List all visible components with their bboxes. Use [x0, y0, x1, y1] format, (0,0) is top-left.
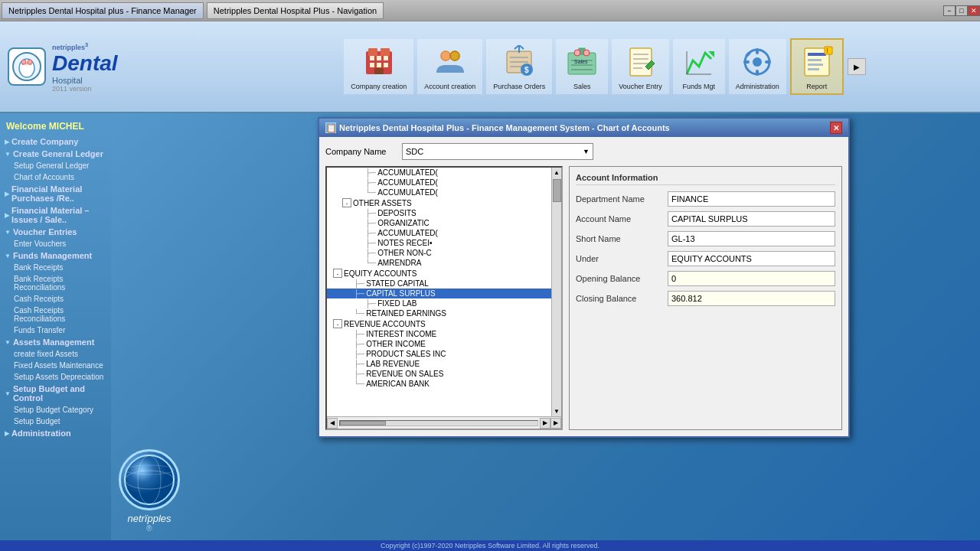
tree-expander-revenue[interactable]: - [333, 319, 342, 328]
nav-sales[interactable]: Sales Sales [556, 39, 608, 94]
sidebar-item-create-general-ledger[interactable]: ▼ Create General Ledger [0, 148, 111, 160]
nav-funds-mgt[interactable]: Funds Mgt [673, 39, 725, 94]
nav-account-creation[interactable]: Account creation [417, 39, 482, 94]
tree-item-other-assets[interactable]: - OTHER ASSETS [327, 197, 561, 208]
sidebar-item-setup-general-ledger[interactable]: Setup General Ledger [0, 160, 111, 171]
tree-item-revenue-accounts[interactable]: - REVENUE ACCOUNTS [327, 318, 561, 329]
hscroll-thumb[interactable] [340, 421, 386, 425]
nav-company-creation[interactable]: Company creation [344, 39, 413, 94]
close-button[interactable]: ✕ [968, 5, 980, 16]
dialog-titlebar: 📋 Netripples Dental Hospital Plus - Fina… [319, 119, 848, 137]
arrow-icon-adm: ▶ [5, 430, 9, 437]
account-name-value[interactable]: CAPITAL SURPLUS [668, 211, 835, 227]
sidebar-item-bank-receipts[interactable]: Bank Receipts [0, 262, 111, 273]
tree-item-american-bank[interactable]: └─ AMERICAN BANK [327, 379, 561, 389]
tree-expander-equity[interactable]: - [333, 269, 342, 278]
sidebar-item-create-fixed-assets[interactable]: create fixed Assets [0, 348, 111, 360]
taskbar-btn-navigation[interactable]: Netripples Dental Hospital Plus - Naviga… [207, 2, 384, 19]
svg-rect-8 [377, 56, 381, 60]
tree-expander-other-assets[interactable]: - [342, 198, 351, 207]
vscroll-down-button[interactable]: ▼ [552, 406, 561, 416]
hscroll-right-button[interactable]: ▶ [540, 418, 550, 429]
arrow-icon-fp: ▶ [5, 191, 9, 197]
tree-item-label-amr: AMRENDRA [377, 259, 421, 267]
sidebar-item-fixed-assets-maintenance[interactable]: Fixed Assets Maintenance [0, 360, 111, 371]
tree-item-amrendra[interactable]: └─ AMRENDRA [327, 258, 561, 268]
sidebar-item-financial-purchases[interactable]: ▶ Financial Material Purchases /Re.. [0, 183, 111, 204]
svg-rect-11 [377, 63, 381, 67]
sidebar-item-chart-of-accounts[interactable]: Chart of Accounts [0, 171, 111, 183]
tree-item-notes-recei[interactable]: ├─ NOTES RECEI• [327, 238, 561, 248]
tree-item-interest-income[interactable]: ├─ INTEREST INCOME [327, 329, 561, 339]
sidebar-item-setup-budget-category[interactable]: Setup Budget Category [0, 404, 111, 416]
svg-point-3 [28, 60, 32, 64]
short-name-value[interactable]: GL-13 [668, 231, 835, 246]
tree-item-accumulated-2[interactable]: ├─ ACCUMULATED( [327, 178, 561, 187]
company-name-select[interactable]: SDC ▼ [402, 143, 593, 160]
tree-item-lab-revenue[interactable]: ├─ LAB REVENUE [327, 359, 561, 369]
opening-balance-value[interactable]: 0 [668, 271, 835, 286]
sidebar-item-funds-management[interactable]: ▼ Funds Management [0, 249, 111, 262]
dialog-close-button[interactable]: ✕ [830, 122, 842, 134]
sidebar-item-enter-vouchers[interactable]: Enter Vouchers [0, 238, 111, 249]
tree-item-accumulated-1[interactable]: ├─ ACCUMULATED( [327, 168, 561, 178]
sidebar-item-setup-budget[interactable]: Setup Budget [0, 416, 111, 427]
sidebar-item-financial-issues[interactable]: ▶ Financial Material – Issues / Sale.. [0, 204, 111, 226]
under-value[interactable]: EQUITY ACCOUNTS [668, 251, 835, 266]
sidebar: Welcome MICHEL ▶ Create Company ▼ Create… [0, 113, 111, 540]
tree-item-label-acc2: ACCUMULATED( [377, 178, 438, 187]
nav-arrow-right[interactable]: ▶ [848, 58, 866, 75]
tree-item-label-cs: CAPITAL SURPLUS [366, 289, 436, 298]
dialog-content: Company Name SDC ▼ [319, 137, 848, 436]
sidebar-item-assets-management[interactable]: ▼ Assets Management [0, 336, 111, 348]
tree-item-label-lr: LAB REVENUE [366, 360, 420, 368]
tree-item-retained-earnings[interactable]: └─ RETAINED EARNINGS [327, 308, 561, 318]
administration-icon-box [738, 43, 776, 81]
sidebar-item-voucher-entries[interactable]: ▼ Voucher Entries [0, 226, 111, 238]
tree-item-stated-capital[interactable]: ├─ STATED CAPITAL [327, 279, 561, 289]
nav-purchase-orders[interactable]: $ Purchase Orders [486, 39, 552, 94]
nav-report[interactable]: ! Report [790, 38, 844, 95]
netripples-brand: netripples3 [52, 41, 118, 51]
nav-voucher-entry[interactable]: Voucher Entry [612, 39, 669, 94]
tree-item-fixed-lab[interactable]: ├─ FIXED LAB [327, 298, 561, 308]
hscroll-extra-button[interactable]: ▶ [550, 418, 561, 429]
tree-item-accumulated-4[interactable]: ├─ ACCUMULATED( [327, 228, 561, 238]
svg-point-26 [574, 50, 580, 56]
tree-item-capital-surplus[interactable]: ├─ CAPITAL SURPLUS [327, 289, 561, 298]
nav-administration[interactable]: Administration [729, 39, 786, 94]
tree-connector-cs: ├─ [354, 289, 364, 298]
vscroll-thumb[interactable] [553, 179, 561, 202]
tree-item-other-income[interactable]: ├─ OTHER INCOME [327, 339, 561, 349]
opening-balance-field: Opening Balance 0 [576, 271, 835, 286]
tree-item-deposits[interactable]: ├─ DEPOSITS [327, 208, 561, 218]
restore-button[interactable]: □ [956, 5, 968, 16]
sidebar-item-administration[interactable]: ▶ Administration [0, 427, 111, 439]
dialog-title-icon: 📋 [325, 122, 336, 133]
taskbar-btn-finance[interactable]: Netripples Dental Hospital plus - Financ… [2, 2, 204, 19]
tree-item-product-sales[interactable]: ├─ PRODUCT SALES INC [327, 349, 561, 359]
closing-balance-value[interactable]: 360.812 [668, 291, 835, 306]
tree-item-equity-accounts[interactable]: - EQUITY ACCOUNTS [327, 268, 561, 279]
sidebar-item-funds-transfer[interactable]: Funds Transfer [0, 324, 111, 336]
vscroll-up-button[interactable]: ▲ [552, 168, 561, 178]
tree-item-accumulated-3[interactable]: └─ ACCUMULATED( [327, 187, 561, 197]
tree-item-revenue-on-sales[interactable]: ├─ REVENUE ON SALES [327, 369, 561, 379]
sidebar-item-bank-receipts-rec[interactable]: Bank Receipts Reconciliations [0, 273, 111, 293]
sidebar-item-cash-receipts[interactable]: Cash Receipts [0, 293, 111, 305]
tree-vscrollbar: ▲ ▼ [551, 168, 561, 416]
tree-item-organizatic[interactable]: ├─ ORGANIZATIC [327, 218, 561, 228]
sidebar-item-cash-receipts-rec[interactable]: Cash Receipts Reconciliations [0, 305, 111, 324]
sidebar-item-setup-assets-depreciation[interactable]: Setup Assets Depreciation [0, 371, 111, 383]
sales-icon-box: Sales [563, 43, 601, 81]
hscroll-left-button[interactable]: ◀ [327, 418, 338, 429]
tree-connector-fl: ├─ [365, 299, 376, 308]
hscroll-track [339, 420, 538, 426]
company-creation-icon-box [360, 43, 398, 81]
sidebar-item-create-company[interactable]: ▶ Create Company [0, 135, 111, 148]
sidebar-item-setup-budget-control[interactable]: ▼ Setup Budget and Control [0, 383, 111, 404]
department-name-value[interactable]: FINANCE [668, 191, 835, 207]
tree-item-other-non-c[interactable]: ├─ OTHER NON-C [327, 248, 561, 258]
minimize-button[interactable]: − [943, 5, 956, 16]
tree-connector-nr: ├─ [365, 239, 376, 247]
